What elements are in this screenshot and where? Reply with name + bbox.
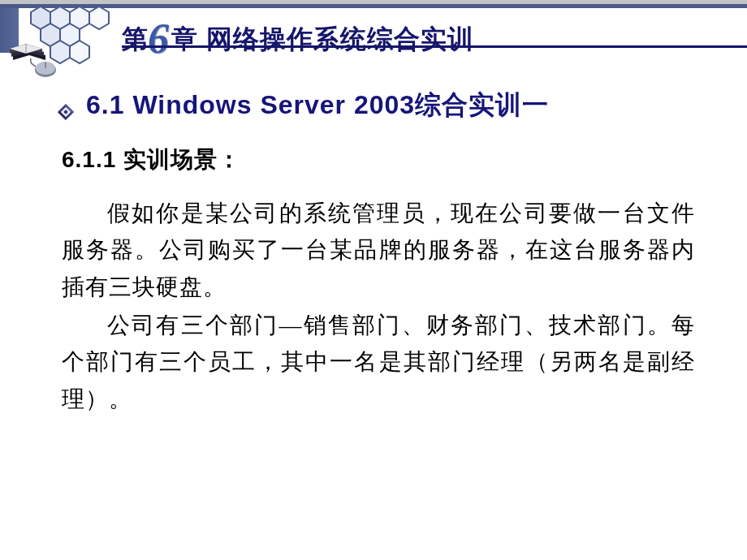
slide-header: 第 6 章 网络操作系统综合实训 bbox=[0, 0, 747, 77]
chapter-suffix: 章 网络操作系统综合实训 bbox=[171, 22, 474, 58]
svg-marker-3 bbox=[89, 6, 109, 29]
svg-marker-7 bbox=[70, 41, 89, 63]
mouse-icon bbox=[28, 57, 58, 80]
body-paragraph-2: 公司有三个部门—销售部门、财务部门、技术部门。每个部门有三个员工，其中一名是其部… bbox=[62, 307, 695, 417]
slide-content: 6.1 Windows Server 2003综合实训一 6.1.1 实训场景：… bbox=[57, 88, 698, 419]
diamond-bullet-icon bbox=[57, 97, 75, 115]
chapter-underline bbox=[122, 45, 747, 48]
section-title-text: 6.1 Windows Server 2003综合实训一 bbox=[86, 88, 549, 123]
body-paragraph-1: 假如你是某公司的系统管理员，现在公司要做一台文件服务器。公司购买了一台某品牌的服… bbox=[62, 195, 695, 305]
chapter-number: 6 bbox=[148, 15, 170, 62]
chapter-title: 第 6 章 网络操作系统综合实训 bbox=[122, 10, 474, 58]
subsection-title: 6.1.1 实训场景： bbox=[62, 144, 698, 175]
section-title: 6.1 Windows Server 2003综合实训一 bbox=[57, 88, 698, 123]
